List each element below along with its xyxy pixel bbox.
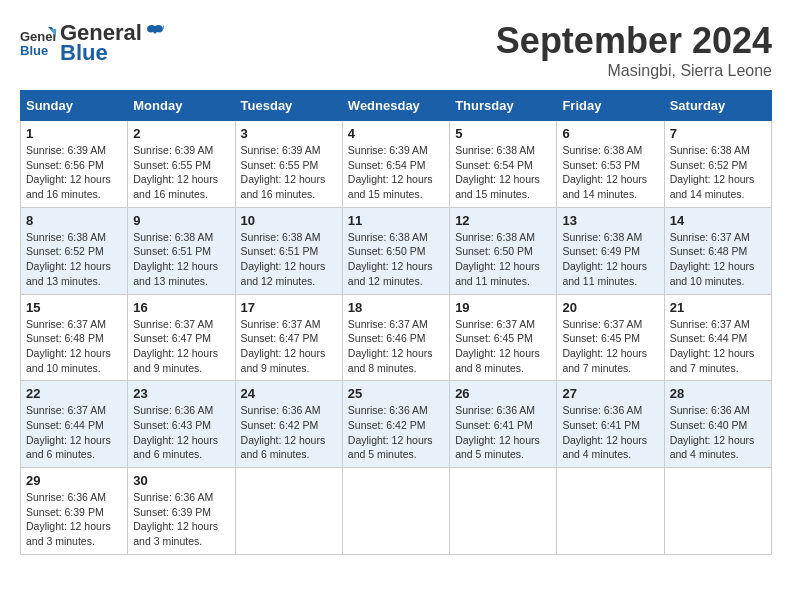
day-number: 16 (133, 300, 229, 315)
day-info: Sunrise: 6:39 AM Sunset: 6:55 PM Dayligh… (133, 143, 229, 202)
table-row: 29Sunrise: 6:36 AM Sunset: 6:39 PM Dayli… (21, 468, 128, 555)
day-number: 5 (455, 126, 551, 141)
table-row: 21Sunrise: 6:37 AM Sunset: 6:44 PM Dayli… (664, 294, 771, 381)
day-number: 21 (670, 300, 766, 315)
table-row: 17Sunrise: 6:37 AM Sunset: 6:47 PM Dayli… (235, 294, 342, 381)
day-info: Sunrise: 6:36 AM Sunset: 6:39 PM Dayligh… (133, 490, 229, 549)
table-row: 12Sunrise: 6:38 AM Sunset: 6:50 PM Dayli… (450, 207, 557, 294)
table-row: 26Sunrise: 6:36 AM Sunset: 6:41 PM Dayli… (450, 381, 557, 468)
day-number: 28 (670, 386, 766, 401)
day-number: 7 (670, 126, 766, 141)
calendar-week-row: 22Sunrise: 6:37 AM Sunset: 6:44 PM Dayli… (21, 381, 772, 468)
day-info: Sunrise: 6:36 AM Sunset: 6:39 PM Dayligh… (26, 490, 122, 549)
day-number: 20 (562, 300, 658, 315)
day-info: Sunrise: 6:37 AM Sunset: 6:45 PM Dayligh… (562, 317, 658, 376)
day-number: 4 (348, 126, 444, 141)
table-row: 13Sunrise: 6:38 AM Sunset: 6:49 PM Dayli… (557, 207, 664, 294)
table-row: 3Sunrise: 6:39 AM Sunset: 6:55 PM Daylig… (235, 121, 342, 208)
day-info: Sunrise: 6:37 AM Sunset: 6:48 PM Dayligh… (26, 317, 122, 376)
col-monday: Monday (128, 91, 235, 121)
table-row: 23Sunrise: 6:36 AM Sunset: 6:43 PM Dayli… (128, 381, 235, 468)
day-number: 27 (562, 386, 658, 401)
calendar-week-row: 8Sunrise: 6:38 AM Sunset: 6:52 PM Daylig… (21, 207, 772, 294)
col-sunday: Sunday (21, 91, 128, 121)
table-row: 25Sunrise: 6:36 AM Sunset: 6:42 PM Dayli… (342, 381, 449, 468)
month-title: September 2024 (496, 20, 772, 62)
col-thursday: Thursday (450, 91, 557, 121)
calendar-week-row: 15Sunrise: 6:37 AM Sunset: 6:48 PM Dayli… (21, 294, 772, 381)
table-row: 2Sunrise: 6:39 AM Sunset: 6:55 PM Daylig… (128, 121, 235, 208)
table-row: 24Sunrise: 6:36 AM Sunset: 6:42 PM Dayli… (235, 381, 342, 468)
table-row: 6Sunrise: 6:38 AM Sunset: 6:53 PM Daylig… (557, 121, 664, 208)
day-info: Sunrise: 6:38 AM Sunset: 6:53 PM Dayligh… (562, 143, 658, 202)
col-tuesday: Tuesday (235, 91, 342, 121)
day-number: 10 (241, 213, 337, 228)
day-info: Sunrise: 6:37 AM Sunset: 6:47 PM Dayligh… (133, 317, 229, 376)
day-info: Sunrise: 6:38 AM Sunset: 6:51 PM Dayligh… (241, 230, 337, 289)
day-info: Sunrise: 6:37 AM Sunset: 6:47 PM Dayligh… (241, 317, 337, 376)
page-header: General Blue General Blue September 2024… (20, 20, 772, 80)
day-number: 13 (562, 213, 658, 228)
day-number: 23 (133, 386, 229, 401)
table-row: 7Sunrise: 6:38 AM Sunset: 6:52 PM Daylig… (664, 121, 771, 208)
location-subtitle: Masingbi, Sierra Leone (496, 62, 772, 80)
table-row (342, 468, 449, 555)
day-info: Sunrise: 6:38 AM Sunset: 6:51 PM Dayligh… (133, 230, 229, 289)
day-number: 6 (562, 126, 658, 141)
table-row: 4Sunrise: 6:39 AM Sunset: 6:54 PM Daylig… (342, 121, 449, 208)
day-info: Sunrise: 6:37 AM Sunset: 6:48 PM Dayligh… (670, 230, 766, 289)
day-info: Sunrise: 6:37 AM Sunset: 6:46 PM Dayligh… (348, 317, 444, 376)
logo: General Blue General Blue (20, 20, 166, 66)
day-info: Sunrise: 6:36 AM Sunset: 6:43 PM Dayligh… (133, 403, 229, 462)
table-row: 20Sunrise: 6:37 AM Sunset: 6:45 PM Dayli… (557, 294, 664, 381)
day-info: Sunrise: 6:36 AM Sunset: 6:41 PM Dayligh… (562, 403, 658, 462)
day-info: Sunrise: 6:38 AM Sunset: 6:49 PM Dayligh… (562, 230, 658, 289)
svg-text:Blue: Blue (20, 43, 48, 58)
day-info: Sunrise: 6:38 AM Sunset: 6:52 PM Dayligh… (26, 230, 122, 289)
table-row: 14Sunrise: 6:37 AM Sunset: 6:48 PM Dayli… (664, 207, 771, 294)
table-row: 28Sunrise: 6:36 AM Sunset: 6:40 PM Dayli… (664, 381, 771, 468)
table-row: 18Sunrise: 6:37 AM Sunset: 6:46 PM Dayli… (342, 294, 449, 381)
day-number: 29 (26, 473, 122, 488)
day-number: 17 (241, 300, 337, 315)
col-saturday: Saturday (664, 91, 771, 121)
day-number: 3 (241, 126, 337, 141)
day-info: Sunrise: 6:36 AM Sunset: 6:41 PM Dayligh… (455, 403, 551, 462)
calendar-table: Sunday Monday Tuesday Wednesday Thursday… (20, 90, 772, 555)
table-row (664, 468, 771, 555)
day-number: 24 (241, 386, 337, 401)
table-row: 22Sunrise: 6:37 AM Sunset: 6:44 PM Dayli… (21, 381, 128, 468)
day-info: Sunrise: 6:38 AM Sunset: 6:54 PM Dayligh… (455, 143, 551, 202)
day-number: 11 (348, 213, 444, 228)
day-number: 14 (670, 213, 766, 228)
svg-text:General: General (20, 29, 56, 44)
day-info: Sunrise: 6:38 AM Sunset: 6:52 PM Dayligh… (670, 143, 766, 202)
day-number: 15 (26, 300, 122, 315)
table-row (235, 468, 342, 555)
table-row: 5Sunrise: 6:38 AM Sunset: 6:54 PM Daylig… (450, 121, 557, 208)
day-number: 18 (348, 300, 444, 315)
day-info: Sunrise: 6:37 AM Sunset: 6:44 PM Dayligh… (26, 403, 122, 462)
calendar-header-row: Sunday Monday Tuesday Wednesday Thursday… (21, 91, 772, 121)
table-row: 1Sunrise: 6:39 AM Sunset: 6:56 PM Daylig… (21, 121, 128, 208)
table-row: 15Sunrise: 6:37 AM Sunset: 6:48 PM Dayli… (21, 294, 128, 381)
calendar-week-row: 29Sunrise: 6:36 AM Sunset: 6:39 PM Dayli… (21, 468, 772, 555)
day-number: 8 (26, 213, 122, 228)
table-row: 10Sunrise: 6:38 AM Sunset: 6:51 PM Dayli… (235, 207, 342, 294)
day-number: 12 (455, 213, 551, 228)
col-wednesday: Wednesday (342, 91, 449, 121)
day-info: Sunrise: 6:38 AM Sunset: 6:50 PM Dayligh… (455, 230, 551, 289)
day-info: Sunrise: 6:39 AM Sunset: 6:55 PM Dayligh… (241, 143, 337, 202)
table-row: 16Sunrise: 6:37 AM Sunset: 6:47 PM Dayli… (128, 294, 235, 381)
day-number: 19 (455, 300, 551, 315)
title-block: September 2024 Masingbi, Sierra Leone (496, 20, 772, 80)
day-number: 25 (348, 386, 444, 401)
day-info: Sunrise: 6:36 AM Sunset: 6:42 PM Dayligh… (241, 403, 337, 462)
table-row: 8Sunrise: 6:38 AM Sunset: 6:52 PM Daylig… (21, 207, 128, 294)
calendar-week-row: 1Sunrise: 6:39 AM Sunset: 6:56 PM Daylig… (21, 121, 772, 208)
day-number: 9 (133, 213, 229, 228)
logo-bird-icon (146, 22, 164, 40)
logo-icon: General Blue (20, 25, 56, 61)
table-row: 11Sunrise: 6:38 AM Sunset: 6:50 PM Dayli… (342, 207, 449, 294)
table-row: 27Sunrise: 6:36 AM Sunset: 6:41 PM Dayli… (557, 381, 664, 468)
